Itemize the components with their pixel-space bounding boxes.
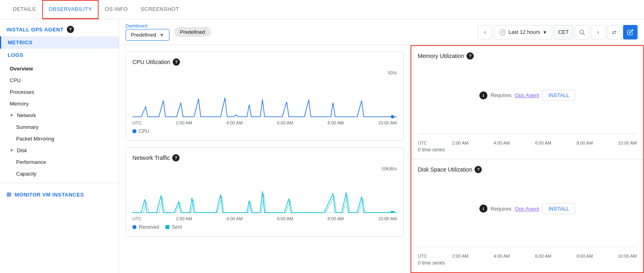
sidebar-menu: Overview CPU Processes Memory ▼ Network …	[0, 63, 119, 180]
sidebar-item-packet-mirroring[interactable]: Packet Mirroring	[0, 133, 119, 145]
sidebar-item-disk[interactable]: ▼ Disk	[0, 145, 119, 156]
sidebar-metrics[interactable]: METRICS	[0, 36, 119, 49]
cpu-chart-card: CPU Utilization ? 50%	[126, 52, 404, 141]
install-ops-help-icon[interactable]: ?	[67, 26, 74, 33]
install-ops-button[interactable]: INSTALL OPS AGENT	[6, 27, 64, 33]
sent-legend-dot	[165, 225, 169, 229]
disk-requires-text: Requires	[491, 206, 512, 212]
cpu-x-4: 8:00 AM	[328, 120, 344, 125]
memory-install-button[interactable]: INSTALL	[542, 90, 575, 101]
sidebar-logs[interactable]: LOGS	[0, 49, 119, 61]
cpu-x-1: 2:00 AM	[176, 120, 192, 125]
sidebar-item-performance[interactable]: Performance	[0, 156, 119, 168]
performance-label: Performance	[16, 159, 46, 165]
memory-help-icon[interactable]: ?	[466, 52, 474, 60]
disk-x-2: 4:00 AM	[493, 254, 510, 259]
disk-install-button[interactable]: INSTALL	[542, 203, 575, 214]
memory-ops-agent-link[interactable]: Ops Agent	[515, 92, 539, 98]
network-chart-svg	[132, 166, 397, 215]
disk-help-icon[interactable]: ?	[475, 166, 482, 173]
edit-btn[interactable]	[623, 25, 638, 39]
disk-x-axis-section: UTC 2:00 AM 4:00 AM 6:00 AM 8:00 AM 10:0…	[418, 243, 637, 266]
charts-area: CPU Utilization ? 50%	[119, 45, 644, 273]
dashboard-label: Dashboard	[126, 23, 169, 28]
memory-x-5: 10:00 AM	[618, 141, 636, 145]
network-chart-card: Network Traffic ? 50KiB/s	[126, 147, 404, 237]
memory-requires-row: i Requires Ops Agent INSTALL	[479, 90, 576, 101]
network-x-0: UTC	[132, 216, 142, 221]
clock-icon: 🕐	[499, 29, 506, 35]
tab-screenshot[interactable]: SCREENSHOT	[134, 0, 186, 19]
processes-label: Processes	[10, 89, 34, 95]
disk-zero-series: 0 time series	[418, 260, 637, 266]
compare-btn[interactable]: ⇄	[607, 25, 621, 39]
tab-details[interactable]: DETAILS	[6, 0, 42, 19]
network-chart-container: 50KiB/s	[132, 166, 397, 215]
cpu-chart-title: CPU Utilization	[132, 59, 170, 65]
sidebar-item-cpu[interactable]: CPU	[0, 74, 119, 86]
network-chevron-icon: ▼	[10, 113, 14, 118]
disk-requires-row: i Requires Ops Agent INSTALL	[479, 203, 576, 214]
svg-point-3	[391, 115, 394, 118]
svg-point-0	[580, 30, 584, 33]
cpu-x-0: UTC	[132, 120, 142, 125]
cpu-x-3: 6:00 AM	[277, 120, 293, 125]
cpu-legend-label: CPU	[139, 128, 149, 134]
memory-requires-text: Requires	[491, 92, 512, 98]
network-x-1: 2:00 AM	[176, 216, 192, 221]
time-range-label: Last 12 hours	[508, 29, 540, 35]
sidebar-divider	[0, 183, 119, 183]
overview-label: Overview	[10, 66, 33, 72]
tab-observability[interactable]: OBSERVABILITY	[42, 0, 99, 19]
disk-x-axis: UTC 2:00 AM 4:00 AM 6:00 AM 8:00 AM 10:0…	[418, 254, 637, 259]
tab-os-info[interactable]: OS INFO	[99, 0, 134, 19]
disk-chevron-icon: ▼	[10, 148, 14, 153]
search-btn[interactable]	[575, 25, 589, 39]
sidebar-item-network[interactable]: ▼ Network	[0, 110, 119, 121]
sidebar-item-capacity[interactable]: Capacity	[0, 168, 119, 180]
network-x-3: 6:00 AM	[277, 216, 293, 221]
predefined-chip[interactable]: Predefined	[174, 27, 211, 37]
monitor-vm-button[interactable]: ⊞ MONITOR VM INSTANCES	[0, 186, 119, 203]
memory-chart-card: Memory Utilization ? i Requires Ops Agen…	[411, 46, 643, 159]
disk-x-3: 6:00 AM	[535, 254, 551, 259]
disk-label: Disk	[17, 147, 27, 153]
memory-zero-series: 0 time series	[418, 147, 637, 153]
cpu-legend-item: CPU	[132, 128, 149, 134]
memory-label: Memory	[10, 101, 29, 107]
network-x-axis: UTC 2:00 AM 4:00 AM 6:00 AM 8:00 AM 10:0…	[132, 216, 397, 221]
received-legend-label: Received	[139, 224, 159, 230]
cpu-chart-svg	[132, 70, 397, 119]
sent-legend-item: Sent	[165, 224, 182, 230]
cpu-help-icon[interactable]: ?	[173, 58, 180, 66]
network-chart-title-row: Network Traffic ?	[132, 154, 397, 161]
received-legend-dot	[132, 225, 136, 229]
dashboard-select[interactable]: Predefined ▼	[126, 29, 169, 41]
toolbar-right: ‹ 🕐 Last 12 hours ▼ CET › ⇄	[478, 25, 638, 39]
prev-btn[interactable]: ‹	[478, 25, 492, 39]
disk-ops-agent-link[interactable]: Ops Agent	[515, 206, 539, 212]
cpu-chart-legend: CPU	[132, 128, 397, 134]
packet-mirroring-label: Packet Mirroring	[16, 136, 54, 142]
select-value: Predefined	[131, 32, 156, 38]
sidebar-item-processes[interactable]: Processes	[0, 86, 119, 98]
disk-baseline-svg	[418, 243, 637, 251]
network-x-5: 10:00 AM	[378, 216, 396, 221]
cpu-label: CPU	[10, 77, 21, 83]
sidebar-item-overview[interactable]: Overview	[0, 63, 119, 74]
install-ops-section: INSTALL OPS AGENT ?	[0, 19, 119, 36]
cpu-legend-dot	[132, 129, 136, 133]
network-chart-title: Network Traffic	[132, 155, 170, 161]
sidebar-item-summary[interactable]: Summary	[0, 121, 119, 133]
sidebar-item-memory[interactable]: Memory	[0, 98, 119, 110]
memory-x-1: 2:00 AM	[452, 141, 468, 145]
next-btn[interactable]: ›	[591, 25, 605, 39]
network-label: Network	[17, 112, 36, 118]
disk-chart-title-row: Disk Space Utilization ?	[418, 166, 637, 173]
charts-left: CPU Utilization ? 50%	[119, 45, 411, 273]
time-range-btn[interactable]: 🕐 Last 12 hours ▼	[494, 25, 552, 39]
network-help-icon[interactable]: ?	[172, 154, 180, 161]
memory-x-axis: UTC 2:00 AM 4:00 AM 6:00 AM 8:00 AM 10:0…	[418, 141, 637, 145]
memory-x-0: UTC	[418, 141, 427, 145]
cet-label[interactable]: CET	[554, 25, 573, 39]
